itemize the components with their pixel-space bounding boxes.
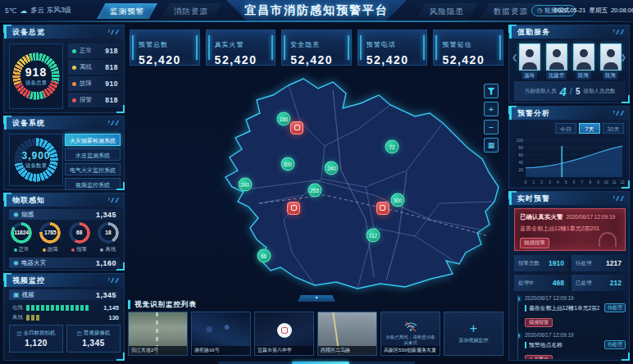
gauge-ring xyxy=(14,138,58,182)
weather-info: 5℃ ☁ 多云 东风3级 xyxy=(5,6,71,16)
status-dot-alarm xyxy=(72,98,76,102)
list-item: 离线818 xyxy=(68,60,122,75)
date-text: 2020-05-21 xyxy=(554,7,585,15)
svg-text:2: 2 xyxy=(540,180,543,184)
offline-bar-row: 离线 130 xyxy=(12,313,119,322)
svg-text:60: 60 xyxy=(518,152,523,157)
weather-desc: 多云 东风3级 xyxy=(30,6,71,16)
confirmed-fire-alert-card[interactable]: 已确认真实火警 2020/06/17 12:09:19 嘉善金都上品12幢1单元… xyxy=(514,208,626,251)
list-item: 报警818 xyxy=(68,93,122,107)
normal-camera-icon: ◫ xyxy=(77,330,82,337)
smoke-sensor-row[interactable]: ◉ 烟感 1,345 xyxy=(9,209,121,220)
gauge-fault: 1785故障 xyxy=(38,222,62,253)
system-button-water-pressure[interactable]: 水压监测系统 xyxy=(65,148,121,161)
svg-text:100: 100 xyxy=(517,138,524,143)
tab-30days[interactable]: 30天 xyxy=(603,123,624,134)
map-marker-alarm[interactable] xyxy=(287,202,300,215)
map-layers-button[interactable]: ▦ xyxy=(484,138,499,152)
video-list-title: 视觉识别监控列表 xyxy=(128,300,505,309)
map-zoom-in-button[interactable]: + xyxy=(484,102,499,116)
funnel-icon xyxy=(487,88,495,95)
city-map[interactable]: 1667230024024025530011266 + − ▦ ▾ xyxy=(128,72,505,298)
system-button-fire-smoke[interactable]: 火灾烟雾检测系统 xyxy=(65,134,121,146)
dashboard: 5℃ ☁ 多云 东风3级 监测预警 消防资源 宜昌市消防感知预警平台 风险隐患 … xyxy=(0,0,633,364)
tab-risk-hazard[interactable]: 风险隐患 xyxy=(417,3,477,19)
duty-person[interactable]: 沈建华 xyxy=(546,43,567,80)
stat-alarm-total: 报警总数1910 xyxy=(514,255,568,271)
system-button-electric-fire[interactable]: 电气火灾监控系统 xyxy=(65,163,121,175)
map-marker-count[interactable]: 240 xyxy=(325,162,339,175)
svg-text:7: 7 xyxy=(581,180,584,184)
plus-icon: + xyxy=(470,323,477,334)
status-dot-fault xyxy=(72,82,76,86)
page-title: 宜昌市消防感知预警平台 xyxy=(194,3,439,18)
list-item: 正常918 xyxy=(68,43,122,58)
device-count-gauge xyxy=(9,134,63,186)
system-button-video[interactable]: 视频监控系统 xyxy=(65,178,121,190)
panel-title: 值勤服务 xyxy=(509,25,629,39)
panel-title: 实时预警 xyxy=(509,192,629,205)
electric-fire-icon: ◉ xyxy=(13,259,19,266)
svg-text:10: 10 xyxy=(604,180,609,184)
panel-title: 设备系统 xyxy=(4,116,124,130)
video-tile[interactable]: 沿江大道2号 xyxy=(128,312,188,356)
system-button-list: 火灾烟雾检测系统 水压监测系统 电气火灾监控系统 视频监控系统 xyxy=(65,134,121,193)
panel-title: 设备总览 xyxy=(4,25,124,39)
electric-fire-row[interactable]: ◉ 电器火灾 1,160 xyxy=(9,257,121,268)
video-tile-device-offline[interactable]: 设备已离线，请检查设备后重试 高新区530创新服务大厦 xyxy=(380,312,440,356)
header-deco xyxy=(613,30,625,34)
online-bar xyxy=(26,305,90,311)
timeline-item[interactable]: 2020/06/17 12:09:19 嘉善金都上品12幢1单元2层201待处理… xyxy=(525,295,626,327)
alert-tag: 烟感报警 xyxy=(520,238,549,248)
video-total-row[interactable]: ▣ 视频 1,345 xyxy=(9,289,121,300)
stat-processed: 已处理212 xyxy=(572,275,626,291)
alarm-type-badge: 烟感报警 xyxy=(525,318,553,327)
tab-monitor-warning[interactable]: 监测预警 xyxy=(97,3,157,19)
map-marker-count[interactable]: 66 xyxy=(257,248,271,262)
stat-pending: 待处理1217 xyxy=(572,255,626,271)
map-marker-count[interactable]: 112 xyxy=(367,228,380,242)
duty-person[interactable]: 温玲 xyxy=(519,43,540,80)
header-deco xyxy=(108,121,120,125)
gauge-offline: 18离线 xyxy=(96,222,121,253)
add-video-tile[interactable]: + 添加视频监控 xyxy=(444,312,503,356)
map-marker-count[interactable]: 255 xyxy=(307,183,321,197)
video-tile[interactable]: 西陵区二马路 xyxy=(317,312,377,356)
duty-person[interactable]: 陈海 xyxy=(600,43,622,80)
tab-today[interactable]: 今日 xyxy=(555,123,576,134)
header-deco xyxy=(613,196,625,201)
video-tile[interactable]: 港窑路16号 xyxy=(191,312,251,356)
map-marker-count[interactable]: 300 xyxy=(280,157,294,171)
svg-text:5: 5 xyxy=(565,180,567,184)
map-marker-count[interactable]: 166 xyxy=(276,111,290,125)
list-item: 故障910 xyxy=(68,76,122,91)
video-tile-offline-record[interactable]: 宜昌市第八中学 xyxy=(254,312,314,356)
map-marker-alarm[interactable] xyxy=(290,121,303,134)
map-marker-count[interactable]: 240 xyxy=(238,177,252,191)
avatar xyxy=(600,43,622,71)
alarm-stats: 报警总数1910 待处理1217 处理中468 已处理212 xyxy=(514,255,626,291)
capture-camera-box: ◫全目标抓拍机 1,120 xyxy=(9,325,63,353)
status-dot-normal xyxy=(72,49,76,53)
fire-alarm-icon xyxy=(291,205,297,211)
duty-person[interactable]: 陈海 xyxy=(573,43,594,80)
map-marker-alarm[interactable] xyxy=(376,202,389,215)
svg-text:1: 1 xyxy=(533,180,535,184)
map-zoom-out-button[interactable]: − xyxy=(484,120,499,134)
svg-text:80: 80 xyxy=(518,145,523,150)
analysis-range-tabs: 今日 7天 30天 xyxy=(555,123,624,134)
stat-card-safety-hazards: 安全隐患52,420 xyxy=(281,30,352,66)
wifi-off-icon xyxy=(403,321,418,332)
map-filter-button[interactable] xyxy=(484,84,499,98)
stat-card-real-fires: 真实火警52,420 xyxy=(206,30,276,66)
panel-device-overview: 设备总览 918 设备总量 正常918 离线818 故障910 报警818 xyxy=(3,25,125,113)
device-status-list: 正常918 离线818 故障910 报警818 xyxy=(68,43,122,109)
map-marker-count[interactable]: 72 xyxy=(385,140,399,154)
clock-icon: ◷ xyxy=(537,6,543,16)
tab-7days[interactable]: 7天 xyxy=(579,123,600,134)
duty-people: 温玲 沈建华 陈海 陈海 xyxy=(514,43,626,80)
svg-text:20: 20 xyxy=(518,167,523,172)
status-badge: 待处理 xyxy=(604,303,626,312)
timeline-item[interactable]: 2020/06/17 12:09:19 预警地点名称待处理 人员离岗 xyxy=(525,332,626,359)
map-marker-count[interactable]: 300 xyxy=(390,193,404,207)
